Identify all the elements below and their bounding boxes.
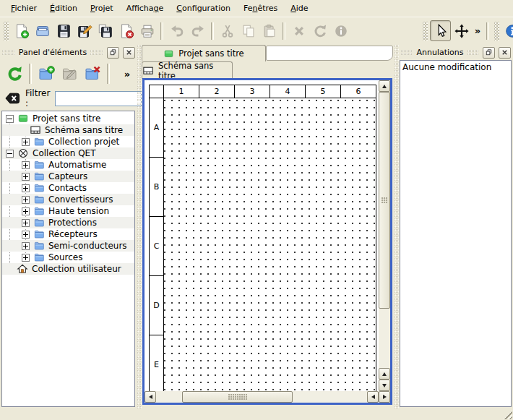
tree-item-automatisme[interactable]: Automatisme	[2, 159, 134, 171]
toolbar-extension-chevron[interactable]: »	[121, 69, 133, 80]
folder-icon	[33, 159, 45, 171]
new-document-button[interactable]	[11, 20, 32, 41]
scroll-left-button-2[interactable]	[367, 391, 379, 403]
pan-mode-button[interactable]	[451, 20, 472, 41]
expand-plus-icon[interactable]	[22, 184, 30, 192]
expand-plus-icon[interactable]	[22, 219, 30, 227]
expand-plus-icon[interactable]	[22, 242, 30, 250]
toolbar-grip[interactable]	[4, 22, 9, 40]
expand-plus-icon[interactable]	[22, 254, 30, 262]
tree-item-convertisseurs[interactable]: Convertisseurs	[2, 194, 134, 205]
home-icon	[17, 263, 28, 275]
menu-fenetres[interactable]: Fenêtres	[237, 1, 284, 15]
cut-button[interactable]	[217, 20, 238, 41]
clear-filter-button[interactable]	[4, 91, 20, 106]
tree-item-label: Schéma sans titre	[45, 125, 123, 135]
undo-history-item[interactable]: Aucune modification	[400, 61, 511, 73]
float-panel-button[interactable]	[107, 47, 119, 59]
about-qet-button[interactable]	[501, 20, 513, 41]
undo-button[interactable]	[166, 20, 187, 41]
filter-label: Filtrer :	[25, 88, 50, 108]
redo-button[interactable]	[187, 20, 208, 41]
tree-item-collection-qet[interactable]: Collection QET	[2, 147, 134, 159]
menu-projet[interactable]: Projet	[84, 1, 120, 15]
delete-button[interactable]	[288, 20, 309, 41]
undo-panel-titlebar[interactable]: Annulations	[399, 45, 513, 59]
horizontal-scrollbar[interactable]	[145, 391, 390, 403]
expand-plus-icon[interactable]	[22, 138, 30, 146]
vertical-scroll-thumb[interactable]	[379, 92, 390, 309]
scroll-up-button-2[interactable]	[379, 368, 390, 380]
scroll-left-button[interactable]	[145, 391, 156, 403]
scroll-down-button[interactable]	[379, 380, 390, 391]
open-icon	[35, 23, 51, 39]
menu-edition[interactable]: Édition	[43, 1, 84, 15]
undo-history-list[interactable]: Aucune modification	[400, 60, 512, 407]
tree-item-label: Capteurs	[48, 171, 87, 181]
expand-plus-icon[interactable]	[22, 196, 30, 204]
arrow-right-icon	[383, 395, 387, 399]
float-panel-button[interactable]	[483, 47, 495, 59]
toolbar-separator	[211, 22, 214, 40]
scroll-right-button[interactable]	[379, 391, 390, 403]
close-panel-button[interactable]	[499, 47, 511, 59]
expand-plus-icon[interactable]	[22, 207, 30, 215]
arrow-down-icon	[382, 384, 387, 387]
menu-configuration[interactable]: Configuration	[170, 1, 237, 15]
new-category-button[interactable]	[35, 62, 58, 85]
reload-collections-button[interactable]	[3, 62, 26, 85]
toolbar-grip[interactable]	[494, 22, 499, 40]
delete-category-button[interactable]	[81, 62, 104, 85]
tree-item-sources[interactable]: Sources	[2, 252, 134, 263]
tree-item-collection-utilisateur[interactable]: Collection utilisateur	[2, 263, 134, 275]
paste-button[interactable]	[259, 20, 280, 41]
elements-panel-titlebar[interactable]: Panel d'éléments	[0, 45, 137, 59]
scroll-up-button[interactable]	[379, 80, 390, 92]
toolbar-grip[interactable]	[423, 22, 428, 40]
close-panel-button[interactable]	[123, 47, 135, 59]
save-button[interactable]	[53, 20, 74, 41]
tree-item-schema-sans-titre[interactable]: Schéma sans titre	[2, 124, 134, 136]
rotate-button[interactable]	[309, 20, 330, 41]
tree-item-capteurs[interactable]: Capteurs	[2, 171, 134, 182]
tree-item-projet-sans-titre[interactable]: Projet sans titre	[2, 113, 134, 124]
open-document-button[interactable]	[32, 20, 53, 41]
tree-item-protections[interactable]: Protections	[2, 217, 134, 228]
row-header-cell: A	[150, 98, 163, 158]
tree-item-recepteurs[interactable]: Récepteurs	[2, 228, 134, 240]
save-all-button[interactable]	[95, 20, 116, 41]
tree-item-collection-projet[interactable]: Collection projet	[2, 136, 134, 147]
menu-affichage[interactable]: Affichage	[120, 1, 171, 15]
expand-plus-icon[interactable]	[22, 231, 30, 239]
project-tab-label: Projet sans titre	[178, 48, 243, 59]
folder-icon	[33, 252, 45, 263]
horizontal-scroll-thumb[interactable]	[182, 391, 293, 403]
collapse-minus-icon[interactable]	[6, 115, 14, 123]
tree-item-haute-tension[interactable]: Haute tension	[2, 205, 134, 217]
resize-grip[interactable]	[502, 409, 512, 419]
expand-plus-icon[interactable]	[22, 173, 30, 181]
tree-item-label: Protections	[48, 218, 97, 228]
tree-item-label: Semi-conducteurs	[48, 241, 127, 251]
tab-project[interactable]: Projet sans titre	[142, 45, 266, 61]
save-as-button[interactable]	[74, 20, 95, 41]
copy-button[interactable]	[238, 20, 259, 41]
collapse-minus-icon[interactable]	[6, 150, 14, 158]
print-button[interactable]	[137, 20, 158, 41]
element-infos-button[interactable]	[330, 20, 351, 41]
filter-input[interactable]	[55, 91, 142, 106]
row-header-cell: B	[150, 158, 163, 217]
edit-category-button[interactable]	[58, 62, 81, 85]
tree-item-contacts[interactable]: Contacts	[2, 182, 134, 194]
selection-mode-button[interactable]	[430, 20, 451, 41]
diagram-canvas[interactable]: 123456 ABCDE	[145, 80, 379, 391]
menu-fichier[interactable]: Fichier	[4, 1, 43, 15]
toolbar-extension-chevron[interactable]: »	[472, 25, 483, 36]
tree-item-semi-conducteurs[interactable]: Semi-conducteurs	[2, 240, 134, 252]
menu-aide[interactable]: Aide	[284, 1, 314, 15]
tab-diagram[interactable]: Schéma sans titre	[142, 61, 233, 79]
close-document-button[interactable]	[116, 20, 137, 41]
vertical-scrollbar[interactable]	[379, 80, 390, 391]
expand-plus-icon[interactable]	[22, 161, 30, 169]
cut-icon	[220, 23, 236, 39]
